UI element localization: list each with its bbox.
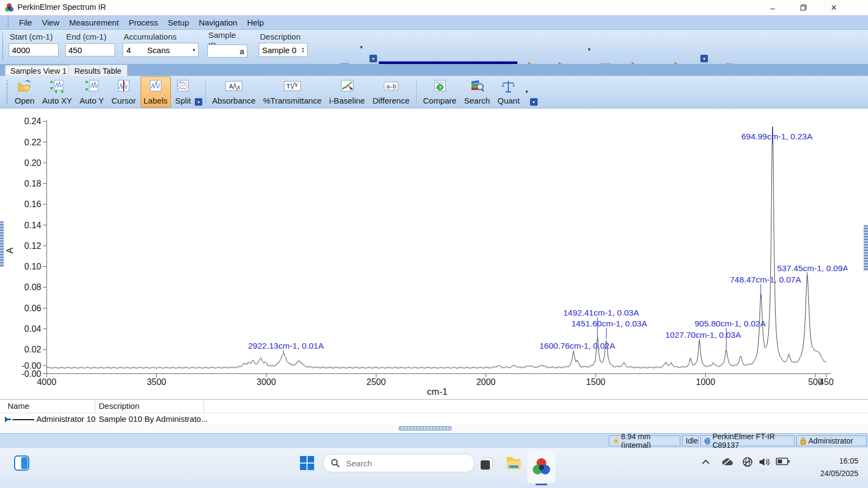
status-state: Idle [682, 435, 699, 446]
active-app-indicator [535, 484, 547, 485]
view-toolbar: Open Auto XY Auto Y Cursor La [0, 76, 868, 108]
result-row-name[interactable]: Administrator 10 [36, 414, 95, 423]
x-tick-label: 2500 [366, 377, 386, 387]
close-button[interactable]: × [821, 0, 846, 15]
peak-label: 694.99cm-1, 0.23A [742, 132, 813, 141]
toolbar-overflow-right-icon[interactable]: ▼ [700, 55, 708, 62]
menu-item-help[interactable]: Help [242, 17, 269, 28]
accumulations-combo[interactable]: 4 Scans ▼ [123, 43, 199, 57]
svg-text:?: ? [438, 85, 442, 91]
transmittance-button[interactable]: T %Transmittance [260, 76, 325, 107]
x-tick-label: 450 [819, 377, 834, 387]
column-header-name[interactable]: Name [8, 401, 29, 410]
auto-xy-icon [50, 79, 64, 93]
sample-id-input[interactable] [207, 44, 247, 57]
x-tick-label: 1000 [696, 377, 716, 387]
start-label: Start (cm-1) [10, 32, 53, 41]
split-button[interactable]: Split [172, 76, 194, 107]
menu-item-file[interactable]: File [14, 17, 37, 28]
restore-button[interactable] [791, 0, 816, 15]
menu-item-process[interactable]: Process [124, 17, 163, 28]
task-view-icon[interactable] [480, 457, 494, 471]
description-combo[interactable]: Sample 0 ▲▼ [259, 43, 308, 57]
open-button[interactable]: Open [11, 76, 38, 107]
speaker-icon[interactable] [758, 457, 771, 467]
svg-text:A: A [229, 83, 233, 89]
y-tick-label: 0.08 [24, 282, 41, 292]
spinner-icon: ▲▼ [299, 47, 307, 53]
taskbar-clock[interactable]: 16:05 24/05/2025 [820, 455, 858, 480]
cloud-icon[interactable] [720, 457, 735, 467]
search-input[interactable] [345, 458, 456, 468]
right-splitter-handle[interactable] [864, 225, 868, 271]
peak-label: 1027.70cm-1, 0.03A [665, 330, 741, 339]
search-library-icon [470, 79, 484, 93]
row-marker-icon [4, 415, 11, 425]
network-globe-icon[interactable] [742, 457, 753, 467]
scrollbar-thumb[interactable] [399, 426, 452, 431]
taskbar-search[interactable] [323, 454, 475, 472]
status-instrument: PerkinElmer FT-IR C89137 [700, 435, 795, 446]
absorbance-button[interactable]: A Absorbance [209, 76, 259, 107]
measurement-toolbar: Start (cm-1) End (cm-1) Accumulations 4 … [0, 30, 868, 65]
y-tick-label: 0.20 [24, 158, 41, 168]
peak-label: 1600.76cm-1, 0.02A [539, 341, 615, 350]
tab-results-table[interactable]: Results Table [68, 65, 127, 76]
peak-labels: 2922.13cm-1, 0.01A1600.76cm-1, 0.02A1492… [248, 127, 848, 354]
y-tick-label: 0.14 [24, 221, 41, 230]
open-icon [17, 79, 31, 93]
result-row-description[interactable]: Sample 010 By Administrato... [99, 414, 208, 423]
start-button-icon[interactable] [300, 456, 314, 470]
cursor-icon [117, 79, 131, 93]
accumulations-unit: Scans [147, 46, 170, 55]
search-button[interactable]: Search [461, 76, 493, 107]
y-tick-label: 0.24 [24, 117, 41, 126]
y-tick-label: 0.06 [24, 304, 41, 313]
lock-icon [800, 438, 806, 445]
view-toolbar-overflow-icon[interactable]: ▼ [195, 98, 202, 106]
toolbar-overflow-left-icon[interactable]: ▼ [369, 55, 377, 62]
description-label: Description [260, 32, 301, 41]
auto-y-button[interactable]: Auto Y [76, 76, 107, 107]
tab-row: Samples View 1 Results Table [0, 64, 868, 76]
y-tick-label: 0.04 [24, 324, 41, 333]
tab-samples-view[interactable]: Samples View 1 [4, 65, 73, 76]
x-tick-label: 3000 [257, 377, 276, 387]
quant-button[interactable]: Quant [494, 76, 523, 107]
column-header-description[interactable]: Description [99, 401, 139, 410]
end-input[interactable] [65, 43, 115, 56]
cursor-button[interactable]: Cursor [108, 76, 139, 107]
menu-item-view[interactable]: View [37, 17, 64, 28]
x-tick-label: 3500 [147, 377, 167, 387]
tray-chevron-icon[interactable] [701, 459, 710, 465]
view-toolbar-overflow2-icon[interactable]: ▼ [530, 98, 538, 106]
y-tick-label: 0.12 [24, 241, 41, 251]
compare-button[interactable]: ? Compare [420, 76, 460, 107]
i-baseline-button[interactable]: i-Baseline [326, 76, 368, 107]
peak-label: 748.47cm-1, 0.07A [730, 275, 802, 284]
menu-item-measurement[interactable]: Measurement [64, 17, 124, 28]
menu-item-navigation[interactable]: Navigation [194, 17, 242, 28]
scanalyze-dropdown-icon[interactable]: ▼ [587, 47, 591, 52]
start-input[interactable] [9, 43, 59, 56]
labels-button[interactable]: Labels [141, 76, 171, 107]
auto-xy-button[interactable]: Auto XY [39, 76, 75, 107]
labels-icon [149, 79, 163, 93]
spectrum-pane: 0.240.220.200.180.160.140.120.100.080.06… [0, 108, 868, 399]
x-tick-label: 1500 [586, 377, 605, 387]
menu-item-setup[interactable]: Setup [163, 17, 194, 28]
accessory-icon [612, 438, 619, 445]
left-splitter-handle[interactable] [0, 221, 4, 267]
file-explorer-icon[interactable] [506, 455, 522, 471]
minimize-button[interactable]: – [760, 0, 785, 15]
perkinelmer-app-icon[interactable] [527, 451, 556, 483]
load-setup-dropdown-icon[interactable]: ▼ [359, 45, 363, 50]
quant-dropdown-icon[interactable]: ▼ [525, 89, 529, 94]
difference-button[interactable]: a–b Difference [369, 76, 413, 107]
y-tick-label: 0.10 [24, 262, 41, 271]
quant-icon [501, 79, 515, 93]
peak-label: 2922.13cm-1, 0.01A [248, 341, 324, 350]
widgets-icon[interactable] [14, 455, 29, 471]
battery-icon[interactable] [776, 457, 790, 466]
window-title: PerkinElmer Spectrum IR [17, 3, 106, 11]
